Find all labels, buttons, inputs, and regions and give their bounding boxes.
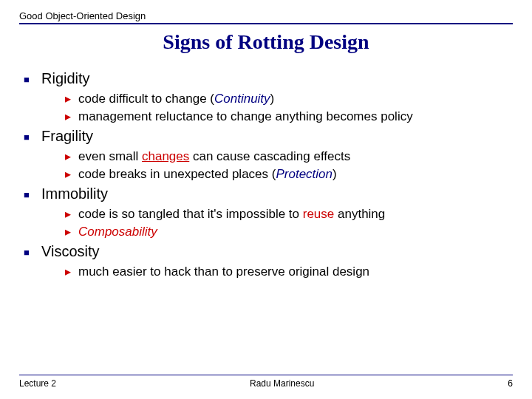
list-item-l1: ■Rigidity: [24, 70, 513, 89]
list-item-l1: ■Fragility: [24, 128, 513, 147]
list-item-l2: ▸much easier to hack than to preserve or…: [65, 264, 513, 280]
footer-left: Lecture 2: [19, 378, 56, 389]
heading-text: Fragility: [41, 128, 93, 147]
sub-text: code is so tangled that it's impossible …: [78, 206, 385, 222]
footer-right: 6: [508, 378, 513, 389]
sub-text: Composability: [78, 224, 157, 240]
slide-title: Signs of Rotting Design: [19, 30, 513, 54]
heading-text: Viscosity: [41, 243, 100, 262]
header-rule: [19, 23, 513, 24]
list-item-l2: ▸Composability: [65, 224, 513, 240]
footer: Lecture 2 Radu Marinescu 6: [19, 375, 513, 389]
square-bullet-icon: ■: [24, 128, 41, 147]
arrow-bullet-icon: ▸: [65, 264, 78, 280]
arrow-bullet-icon: ▸: [65, 91, 78, 107]
sub-text: code breaks in unexpected places (Protec…: [78, 166, 337, 183]
heading-text: Immobility: [41, 185, 108, 205]
list-item-l2: ▸even small changes can cause cascading …: [65, 149, 513, 165]
list-item-l2: ▸code is so tangled that it's impossible…: [65, 206, 513, 222]
sub-text: management reluctance to change anything…: [78, 109, 413, 125]
heading-text: Rigidity: [41, 70, 90, 89]
sub-text: code difficult to change (Continuity): [78, 91, 274, 107]
arrow-bullet-icon: ▸: [65, 149, 78, 165]
square-bullet-icon: ■: [24, 185, 41, 205]
list-item-l1: ■Viscosity: [24, 243, 513, 262]
footer-rule: [19, 375, 513, 375]
square-bullet-icon: ■: [24, 243, 41, 262]
header-label: Good Object-Oriented Design: [19, 10, 513, 21]
arrow-bullet-icon: ▸: [65, 206, 78, 222]
arrow-bullet-icon: ▸: [65, 109, 78, 125]
footer-center: Radu Marinescu: [250, 378, 314, 389]
content-area: ■Rigidity▸code difficult to change (Cont…: [19, 70, 513, 280]
square-bullet-icon: ■: [24, 70, 41, 89]
list-item-l2: ▸code breaks in unexpected places (Prote…: [65, 166, 513, 183]
arrow-bullet-icon: ▸: [65, 224, 78, 240]
list-item-l2: ▸code difficult to change (Continuity): [65, 91, 513, 107]
list-item-l1: ■Immobility: [24, 185, 513, 205]
list-item-l2: ▸management reluctance to change anythin…: [65, 109, 513, 125]
arrow-bullet-icon: ▸: [65, 166, 78, 183]
sub-text: much easier to hack than to preserve ori…: [78, 264, 369, 280]
sub-text: even small changes can cause cascading e…: [78, 149, 350, 165]
